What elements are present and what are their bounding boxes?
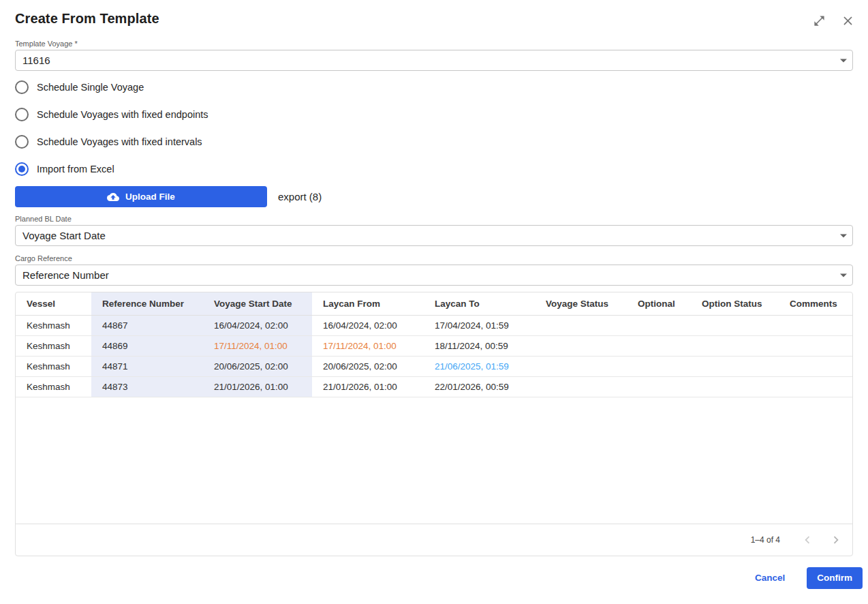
column-header-voyage_status[interactable]: Voyage Status	[535, 292, 627, 315]
cell-option_status	[691, 356, 779, 376]
cell-laycan_to: 17/04/2024, 01:59	[424, 315, 535, 335]
column-header-reference_number[interactable]: Reference Number	[91, 292, 203, 315]
table-header-row: VesselReference NumberVoyage Start DateL…	[16, 292, 853, 315]
expand-icon[interactable]	[811, 12, 827, 29]
radio-option-label: Schedule Single Voyage	[37, 82, 144, 93]
chevron-right-icon[interactable]	[826, 530, 846, 549]
cell-reference_number: 44867	[91, 315, 203, 335]
cell-voyage_status	[535, 335, 627, 356]
cell-voyage_status	[535, 356, 627, 376]
radio-option-label: Schedule Voyages with fixed intervals	[37, 136, 202, 147]
confirm-button[interactable]: Confirm	[807, 567, 863, 589]
cell-comments	[779, 315, 853, 335]
column-header-voyage_start_date[interactable]: Voyage Start Date	[203, 292, 312, 315]
radio-option-schedule-voyages-with-fixed-intervals[interactable]: Schedule Voyages with fixed intervals	[15, 128, 853, 155]
table-row[interactable]: Keshmash4486917/11/2024, 01:0017/11/2024…	[16, 335, 853, 356]
cell-laycan_to: 18/11/2024, 00:59	[424, 335, 535, 356]
cell-optional	[627, 376, 691, 397]
planned-bl-date-label: Planned BL Date	[15, 215, 853, 223]
chevron-left-icon[interactable]	[798, 530, 817, 549]
table-row[interactable]: Keshmash4487120/06/2025, 02:0020/06/2025…	[16, 356, 853, 376]
radio-option-label: Import from Excel	[37, 164, 114, 175]
cell-comments	[779, 335, 853, 356]
table-empty-area	[16, 397, 852, 524]
cell-option_status	[691, 315, 779, 335]
cell-comments	[779, 356, 853, 376]
upload-row: Upload File export (8)	[15, 186, 853, 207]
planned-bl-date-select[interactable]: Voyage Start Date	[15, 225, 853, 246]
create-from-template-dialog: Create From Template Template Voyage * 1…	[0, 0, 868, 604]
cell-vessel: Keshmash	[16, 315, 91, 335]
column-header-option_status[interactable]: Option Status	[691, 292, 779, 315]
cell-voyage_start_date: 16/04/2024, 02:00	[203, 315, 312, 335]
column-header-laycan_from[interactable]: Laycan From	[312, 292, 424, 315]
upload-file-label: Upload File	[125, 192, 175, 202]
cell-voyage_start_date: 17/11/2024, 01:00	[203, 335, 312, 356]
radio-option-schedule-voyages-with-fixed-endpoints[interactable]: Schedule Voyages with fixed endpoints	[15, 101, 853, 128]
radio-unselected-icon[interactable]	[15, 80, 29, 94]
cancel-button[interactable]: Cancel	[748, 567, 792, 588]
cargo-reference-select[interactable]: Reference Number	[15, 265, 853, 286]
radio-unselected-icon[interactable]	[15, 108, 29, 121]
cell-vessel: Keshmash	[16, 356, 91, 376]
cell-laycan_from: 17/11/2024, 01:00	[312, 335, 424, 356]
schedule-mode-radio-group: Schedule Single VoyageSchedule Voyages w…	[15, 74, 853, 183]
cell-laycan_from: 20/06/2025, 02:00	[312, 356, 424, 376]
radio-option-schedule-single-voyage[interactable]: Schedule Single Voyage	[15, 74, 853, 101]
cell-option_status	[691, 376, 779, 397]
planned-bl-date-value: Voyage Start Date	[22, 230, 106, 241]
dialog-header: Create From Template	[0, 0, 868, 29]
table-row[interactable]: Keshmash4486716/04/2024, 02:0016/04/2024…	[16, 315, 853, 335]
caret-down-icon	[840, 59, 847, 62]
dialog-content: Template Voyage * 11616 Schedule Single …	[0, 29, 868, 556]
voyages-table: VesselReference NumberVoyage Start DateL…	[16, 292, 853, 397]
page-title: Create From Template	[15, 11, 811, 27]
pagination-range-label: 1–4 of 4	[751, 535, 780, 545]
dialog-actions: Cancel Confirm	[0, 556, 868, 604]
cell-laycan_from: 16/04/2024, 02:00	[312, 315, 424, 335]
cell-optional	[627, 315, 691, 335]
caret-down-icon	[840, 234, 847, 237]
caret-down-icon	[840, 273, 847, 277]
column-header-optional[interactable]: Optional	[627, 292, 691, 315]
template-voyage-select[interactable]: 11616	[15, 50, 853, 71]
cell-voyage_start_date: 21/01/2026, 01:00	[203, 376, 312, 397]
cell-vessel: Keshmash	[16, 335, 91, 356]
cell-voyage_status	[535, 376, 627, 397]
upload-file-button[interactable]: Upload File	[15, 186, 267, 207]
cell-comments	[779, 376, 853, 397]
radio-option-label: Schedule Voyages with fixed endpoints	[37, 109, 208, 120]
cell-reference_number: 44869	[91, 335, 203, 356]
cell-laycan_to: 21/06/2025, 01:59	[424, 356, 535, 376]
cargo-reference-label: Cargo Reference	[15, 254, 853, 262]
table-row[interactable]: Keshmash4487321/01/2026, 01:0021/01/2026…	[16, 376, 853, 397]
column-header-vessel[interactable]: Vessel	[16, 292, 91, 315]
column-header-laycan_to[interactable]: Laycan To	[424, 292, 535, 315]
close-icon[interactable]	[839, 12, 856, 29]
cell-vessel: Keshmash	[16, 376, 91, 397]
radio-selected-icon[interactable]	[15, 162, 29, 176]
cell-voyage_status	[535, 315, 627, 335]
cell-laycan_to: 22/01/2026, 00:59	[424, 376, 535, 397]
cell-optional	[627, 335, 691, 356]
voyages-table-card: VesselReference NumberVoyage Start DateL…	[15, 292, 853, 556]
export-count-label: export (8)	[278, 191, 322, 202]
cell-reference_number: 44871	[91, 356, 203, 376]
cell-voyage_start_date: 20/06/2025, 02:00	[203, 356, 312, 376]
cell-reference_number: 44873	[91, 376, 203, 397]
header-icons	[811, 12, 856, 29]
table-pagination: 1–4 of 4	[16, 524, 852, 556]
cell-option_status	[691, 335, 779, 356]
radio-unselected-icon[interactable]	[15, 135, 29, 149]
cell-laycan_from: 21/01/2026, 01:00	[312, 376, 424, 397]
cell-optional	[627, 356, 691, 376]
template-voyage-label: Template Voyage *	[15, 40, 853, 48]
template-voyage-value: 11616	[22, 55, 50, 66]
radio-option-import-from-excel[interactable]: Import from Excel	[15, 155, 853, 183]
cargo-reference-value: Reference Number	[22, 269, 109, 281]
cloud-upload-icon	[107, 191, 119, 203]
column-header-comments[interactable]: Comments	[779, 292, 853, 315]
